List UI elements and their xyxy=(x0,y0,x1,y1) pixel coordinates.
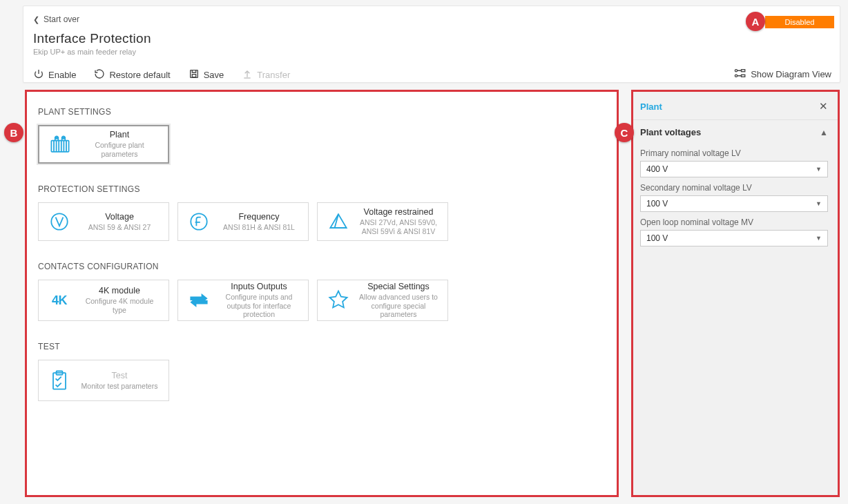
toolbar: Enable Restore default Save Transfer xyxy=(33,68,290,81)
card-title: 4K module xyxy=(79,286,160,295)
card-title: Special Settings xyxy=(358,282,439,291)
plant-icon xyxy=(48,132,73,157)
close-icon[interactable]: ✕ xyxy=(819,100,828,113)
diagram-icon xyxy=(734,68,746,80)
page-subtitle: Ekip UP+ as main feeder relay xyxy=(33,48,136,56)
protection-settings-label: PROTECTION SETTINGS xyxy=(38,184,606,194)
voltage-icon xyxy=(47,209,72,234)
diagram-label: Show Diagram View xyxy=(751,69,831,79)
header-card: ❮ Start over Interface Protection Ekip U… xyxy=(23,6,840,83)
svg-point-2 xyxy=(735,70,738,72)
upload-icon xyxy=(242,68,253,81)
show-diagram-view-link[interactable]: Show Diagram View xyxy=(734,68,831,80)
field-label: Primary nominal voltage LV xyxy=(640,148,828,158)
card-desc: Configure plant parameters xyxy=(79,141,160,158)
annotation-a: A xyxy=(746,12,765,31)
4k-module-card[interactable]: 4K 4K module Configure 4K module type xyxy=(38,280,169,321)
select-value: 400 V xyxy=(646,164,668,174)
annotation-c: C xyxy=(615,123,634,142)
frequency-card[interactable]: Frequency ANSI 81H & ANSI 81L xyxy=(177,202,309,241)
card-title: Test xyxy=(79,371,160,380)
plant-settings-label: PLANT SETTINGS xyxy=(38,107,606,117)
save-icon xyxy=(189,68,200,81)
caret-down-icon: ▼ xyxy=(816,235,822,242)
card-desc: Monitor test parameters xyxy=(79,382,160,391)
voltage-restrained-card[interactable]: Voltage restrained ANSI 27Vd, ANSI 59V0,… xyxy=(317,202,448,241)
chevron-up-icon: ▲ xyxy=(820,128,828,137)
test-card[interactable]: Test Monitor test parameters xyxy=(38,360,169,401)
chevron-left-icon: ❮ xyxy=(33,15,39,24)
caret-down-icon: ▼ xyxy=(816,200,822,207)
card-desc: ANSI 81H & ANSI 81L xyxy=(218,223,300,232)
restore-icon xyxy=(94,68,105,81)
card-title: Plant xyxy=(79,130,160,139)
enable-label: Enable xyxy=(48,70,76,80)
field-label: Secondary nominal voltage LV xyxy=(640,183,828,193)
enable-button[interactable]: Enable xyxy=(33,68,76,81)
annotation-b: B xyxy=(4,123,23,142)
primary-nominal-voltage-lv-select[interactable]: 400 V ▼ xyxy=(640,161,828,177)
clipboard-icon xyxy=(47,368,72,393)
card-desc: ANSI 59 & ANSI 27 xyxy=(79,223,160,232)
4k-icon: 4K xyxy=(47,288,72,313)
caret-down-icon: ▼ xyxy=(816,166,822,173)
svg-rect-4 xyxy=(742,70,745,72)
field-label: Open loop nominal voltage MV xyxy=(640,217,828,227)
transfer-button: Transfer xyxy=(242,68,290,81)
save-label: Save xyxy=(204,70,224,80)
select-value: 100 V xyxy=(646,233,668,243)
start-over-link[interactable]: ❮ Start over xyxy=(33,14,79,24)
card-title: Frequency xyxy=(218,212,300,222)
card-title: Voltage restrained xyxy=(358,207,439,217)
restore-default-button[interactable]: Restore default xyxy=(94,68,170,81)
test-label: TEST xyxy=(38,342,606,351)
plant-card[interactable]: Plant Configure plant parameters xyxy=(38,125,169,164)
accordion-label: Plant voltages xyxy=(640,127,701,137)
special-settings-card[interactable]: Special Settings Allow advanced users to… xyxy=(317,280,448,321)
svg-rect-5 xyxy=(742,75,745,77)
inputs-outputs-card[interactable]: Inputs Outputs Configure inputs and outp… xyxy=(177,280,309,321)
plant-voltages-accordion[interactable]: Plant voltages ▲ xyxy=(633,119,838,144)
settings-area: PLANT SETTINGS Plant Configure plant par… xyxy=(25,90,619,497)
star-icon xyxy=(326,288,351,313)
card-desc: Configure 4K module type xyxy=(79,297,160,314)
page-title: Interface Protection xyxy=(33,31,151,46)
panel-title: Plant xyxy=(640,101,662,112)
card-desc: Configure inputs and outputs for interfa… xyxy=(218,293,300,319)
transfer-label: Transfer xyxy=(257,70,290,80)
open-loop-nominal-voltage-mv-select[interactable]: 100 V ▼ xyxy=(640,230,828,246)
io-arrows-icon xyxy=(186,288,211,313)
svg-point-3 xyxy=(735,75,738,77)
voltage-card[interactable]: Voltage ANSI 59 & ANSI 27 xyxy=(38,202,169,241)
status-badge: Disabled xyxy=(765,16,834,28)
secondary-nominal-voltage-lv-select[interactable]: 100 V ▼ xyxy=(640,195,828,212)
contacts-config-label: CONTACTS CONFIGURATION xyxy=(38,262,606,271)
svg-rect-1 xyxy=(192,75,195,77)
start-over-label: Start over xyxy=(44,14,79,24)
voltage-restrained-icon xyxy=(326,209,351,234)
save-button[interactable]: Save xyxy=(189,68,224,81)
card-desc: Allow advanced users to configure specia… xyxy=(358,293,439,319)
restore-label: Restore default xyxy=(109,70,170,80)
select-value: 100 V xyxy=(646,199,668,209)
plant-panel: Plant ✕ Plant voltages ▲ Primary nominal… xyxy=(631,90,840,497)
card-title: Voltage xyxy=(79,212,160,222)
power-icon xyxy=(33,68,44,81)
card-title: Inputs Outputs xyxy=(218,282,300,291)
frequency-icon xyxy=(186,209,211,234)
card-desc: ANSI 27Vd, ANSI 59V0, ANSI 59Vi & ANSI 8… xyxy=(358,218,439,235)
